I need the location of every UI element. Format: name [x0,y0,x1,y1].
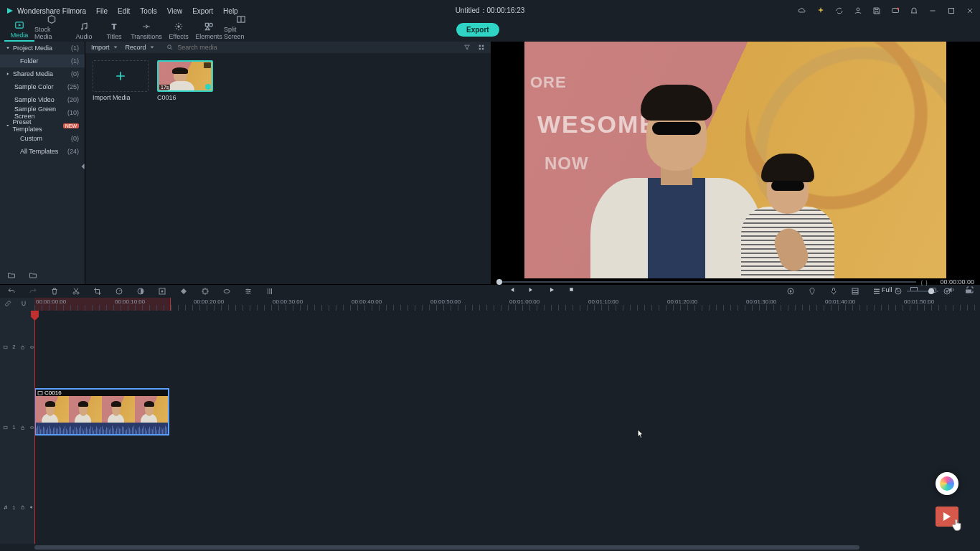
sidebar-item-custom[interactable]: Custom (0) [0,132,85,145]
tab-effects[interactable]: Effects [164,22,194,42]
svg-point-0 [857,8,859,11]
sidebar-item-shared-media[interactable]: Shared Media (0) [0,67,85,80]
delete-icon[interactable] [50,287,59,296]
media-clip-c0016[interactable]: 17s [157,60,213,92]
menu-file[interactable]: File [96,7,108,15]
split-clip-icon[interactable] [72,287,80,296]
lock-icon[interactable] [20,504,25,511]
account-icon[interactable] [854,6,862,15]
track-video-2[interactable] [34,348,980,377]
record-dropdown[interactable]: Record [126,44,155,51]
collapse-sidebar-icon[interactable] [80,162,86,171]
cloud-icon[interactable] [798,6,806,15]
sparkle-icon[interactable] [816,6,825,15]
video-track-icon [3,424,8,431]
timeline-horizontal-scrollbar[interactable] [34,544,980,551]
svg-point-30 [248,293,249,294]
grid-view-icon[interactable] [478,44,485,51]
sidebar-item-folder[interactable]: Folder (1) [0,55,85,67]
mark-in-icon[interactable] [786,287,795,296]
track-audio-1[interactable] [34,454,980,483]
menu-export[interactable]: Export [192,7,213,15]
eye-icon[interactable] [29,344,34,351]
folder-icon[interactable] [29,271,37,280]
render-icon[interactable] [851,287,859,296]
sidebar-item-project-media[interactable]: Project Media (1) [0,42,85,55]
zoom-fit-icon[interactable] [964,287,973,296]
bell-icon[interactable] [910,6,918,15]
timeline-clip-c0016[interactable]: C0016 [34,388,169,435]
svg-rect-40 [4,346,7,349]
scrollbar-thumb[interactable] [34,545,859,550]
tab-split-screen[interactable]: Split Screen [224,14,258,42]
marker-icon[interactable] [808,287,816,296]
sidebar-item-sample-green-screen[interactable]: Sample Green Screen (10) [0,106,85,119]
keyframe-icon[interactable] [179,287,188,296]
tab-titles[interactable]: Titles [99,22,129,42]
media-icon [14,20,24,30]
motion-tracking-icon[interactable] [201,287,209,296]
crop-icon[interactable] [93,287,102,296]
clip-menu-icon[interactable] [204,62,211,68]
seekbar-thumb[interactable] [496,279,502,285]
voiceover-icon[interactable] [829,287,838,296]
menu-view[interactable]: View [167,7,183,15]
window-maximize-icon[interactable] [947,6,956,15]
media-search-input[interactable] [177,44,456,51]
window-minimize-icon[interactable] [928,6,937,15]
svg-rect-36 [874,293,880,295]
svg-point-5 [81,28,83,29]
window-close-icon[interactable] [966,6,974,15]
mute-icon[interactable] [29,504,34,511]
zoom-in-icon[interactable] [943,287,951,296]
tab-audio[interactable]: Audio [69,22,99,42]
zoom-out-icon[interactable] [894,287,903,296]
color-icon[interactable] [136,287,145,296]
menu-edit[interactable]: Edit [118,7,130,15]
document-title: Untitled：00:00:16:23 [456,6,525,16]
menu-help[interactable]: Help [223,7,238,15]
timeline-ruler[interactable]: 00:00:00:00 00:00:10:00 00:00:20:00 00:0… [34,298,980,311]
preview-seekbar[interactable] [496,281,916,283]
redo-icon[interactable] [29,287,37,296]
import-dropdown[interactable]: Import [91,44,118,51]
refresh-icon[interactable] [835,6,844,15]
sidebar-item-preset-templates[interactable]: Preset TemplatesNEW [0,119,85,132]
svg-point-43 [32,347,32,347]
wondershare-badge-icon[interactable] [936,472,958,495]
playhead[interactable] [34,311,35,544]
sidebar-item-sample-color[interactable]: Sample Color (25) [0,80,85,93]
timeline-snap-icon[interactable] [20,300,27,307]
adjust-icon[interactable] [244,287,253,296]
svg-rect-14 [479,48,481,50]
sidebar-item-all-templates[interactable]: All Templates (24) [0,145,85,158]
tab-media[interactable]: Media [4,20,34,42]
tab-elements[interactable]: Elements [194,22,224,42]
preview-viewport[interactable]: ORE WESOME NOW [491,42,980,278]
zoom-slider-thumb[interactable] [928,288,934,294]
message-icon[interactable] [891,6,900,15]
export-button[interactable]: Export [456,23,499,37]
tab-stock-media[interactable]: Stock Media [34,14,69,42]
mask-icon[interactable] [222,287,231,296]
save-icon[interactable] [872,6,881,15]
filter-icon[interactable] [463,44,471,51]
lock-icon[interactable] [20,424,25,431]
lock-icon[interactable] [20,344,25,351]
track-manager-icon[interactable] [872,287,881,296]
speed-icon[interactable] [115,287,123,296]
audio-mixer-icon[interactable] [265,287,274,296]
new-folder-icon[interactable] [7,271,16,280]
undo-icon[interactable] [7,287,16,296]
media-clip-caption: C0016 [157,94,213,101]
green-screen-icon[interactable] [158,287,166,296]
sidebar-item-sample-video[interactable]: Sample Video (20) [0,93,85,106]
eye-icon[interactable] [29,424,34,431]
import-media-tile[interactable] [93,60,149,92]
timeline-link-icon[interactable] [4,300,11,307]
menu-tools[interactable]: Tools [140,7,156,15]
zoom-slider[interactable] [907,291,938,292]
tab-transitions[interactable]: Transitions [129,22,164,42]
track-video-1[interactable]: C0016 [34,388,980,438]
app-name: Wondershare Filmora [17,7,86,15]
